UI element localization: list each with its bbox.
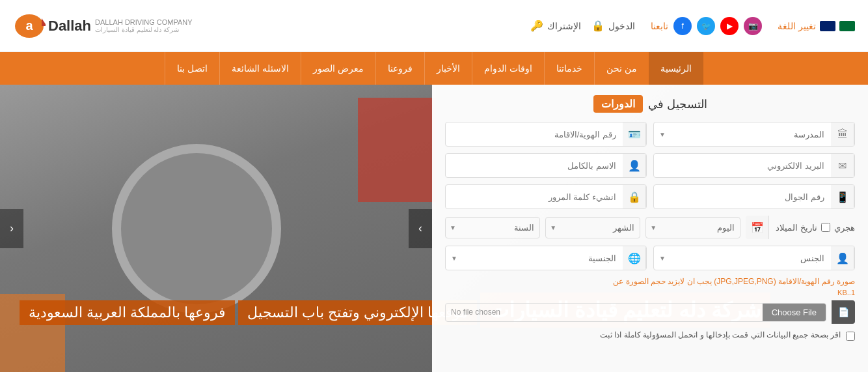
file-doc-icon[interactable]: 📄 (832, 300, 855, 324)
date-picker-area: 📅 اليوم ▼ الشهر ▼ (445, 216, 769, 239)
gender-field: 👤 الجنس ▼ (653, 246, 855, 270)
calendar-icon: 📅 (746, 216, 769, 239)
confirm-text: اقر بصحة جميع البيانات التي قمت بإدخالها… (600, 330, 841, 339)
mobile-field: 📱 (653, 184, 855, 209)
id-input[interactable] (446, 124, 623, 145)
upload-size-text: 1..KB (837, 289, 855, 296)
year-select[interactable]: السنة (446, 218, 539, 238)
auth-area: الدخول 🔒 الإشتراك 🔑 (530, 20, 635, 32)
choose-file-label: Choose File (772, 308, 817, 317)
upload-row: 📄 Choose File No file chosen (445, 300, 855, 324)
roundabout (112, 144, 281, 313)
nav-item-about[interactable]: من نحن (594, 52, 649, 85)
form-title-badge: الدورات (593, 95, 643, 113)
lang-toggle[interactable]: تغيير اللغة (778, 21, 855, 31)
gender-select[interactable]: الجنس (654, 248, 831, 268)
header-right: تغيير اللغة 📷 ▶ 🐦 f تابعنا الدخول 🔒 الإش… (530, 17, 855, 35)
fullname-field: 👤 (445, 153, 647, 178)
nav-item-news[interactable]: الأخبار (424, 52, 472, 85)
nationality-field: 🌐 الجنسية ▼ (445, 246, 647, 270)
form-row-4: 👤 الجنس ▼ 🌐 الجنسية ▼ (445, 246, 855, 270)
school-select[interactable]: المدرسة (654, 124, 831, 145)
upload-label-text: صورة رقم الهوية/الاقامة (JPG,JPEG,PNG) ي… (613, 277, 855, 286)
lock-field-icon: 🔒 (623, 185, 646, 208)
nav-list: الرئيسية من نحن خدماتنا اوقات الدوام الأ… (165, 52, 703, 85)
carousel-prev-button[interactable]: ‹ (0, 209, 23, 248)
dallah-logo-icon: a (13, 12, 46, 40)
form-row-1: 🏛 المدرسة ▼ 🪪 (445, 122, 855, 147)
hijri-checkbox[interactable] (821, 223, 830, 232)
nav-item-faq[interactable]: الاسئله الشائعة (219, 52, 301, 85)
lang-toggle-label: تغيير اللغة (778, 21, 816, 31)
form-row-2: ✉ 👤 (445, 153, 855, 178)
brand-name-en: DALLAH DRIVING COMPANY (95, 18, 193, 26)
email-icon: ✉ (831, 154, 854, 177)
form-title-pre: التسجيل في (648, 97, 707, 111)
email-field: ✉ (653, 153, 855, 178)
svg-text:a: a (25, 18, 33, 33)
month-select[interactable]: الشهر (546, 218, 640, 238)
day-select[interactable]: اليوم (646, 218, 740, 238)
upload-label: صورة رقم الهوية/الاقامة (JPG,JPEG,PNG) ي… (445, 277, 855, 286)
hero-section: شركة دله لتعليم قيادة السيارات موقعها ال… (0, 85, 868, 372)
login-label: الدخول (608, 21, 635, 31)
gender-icon: 👤 (831, 246, 854, 270)
password-input[interactable] (446, 187, 623, 207)
birthdate-row: هجري تاريخ الميلاد 📅 اليوم ▼ (445, 216, 855, 239)
nav-item-services[interactable]: خدماتنا (544, 52, 594, 85)
nav-item-contact[interactable]: اتصل بنا (165, 52, 219, 85)
year-field: السنة ▼ (445, 217, 540, 238)
gender-select-wrapper: الجنس ▼ (654, 248, 831, 268)
school-select-wrapper: المدرسة ▼ (654, 124, 831, 145)
school-field: 🏛 المدرسة ▼ (653, 122, 855, 147)
login-button[interactable]: الدخول 🔒 (591, 20, 635, 32)
birthdate-label: هجري تاريخ الميلاد (776, 223, 855, 233)
confirm-row: اقر بصحة جميع البيانات التي قمت بإدخالها… (445, 330, 855, 341)
nav-item-hours[interactable]: اوقات الدوام (472, 52, 544, 85)
id-icon: 🪪 (623, 122, 646, 146)
logo-area: DALLAH DRIVING COMPANY شركة دله لتعليم ق… (13, 12, 193, 40)
brand-dallah: Dallah (48, 18, 91, 35)
registration-form: التسجيل في الدورات 🏛 المدرسة ▼ 🪪 (432, 85, 868, 372)
carousel-next-button[interactable]: › (409, 209, 432, 248)
flag-sa-icon (839, 21, 855, 31)
main-nav: الرئيسية من نحن خدماتنا اوقات الدوام الأ… (0, 52, 868, 85)
nav-item-gallery[interactable]: معرض الصور (301, 52, 375, 85)
svg-marker-2 (42, 18, 46, 26)
hero-subtitle-2: فروعها بالمملكة العربية السعودية (20, 300, 235, 325)
confirm-checkbox[interactable] (846, 332, 855, 341)
facebook-icon[interactable]: f (673, 17, 692, 35)
twitter-icon[interactable]: 🐦 (697, 17, 715, 35)
choose-file-button[interactable]: Choose File (763, 304, 826, 321)
fullname-input[interactable] (446, 156, 623, 176)
email-input[interactable] (654, 156, 831, 176)
password-field: 🔒 (445, 184, 647, 209)
file-status: No file chosen (446, 304, 763, 321)
building-right (358, 98, 436, 202)
nationality-select[interactable]: الجنسية (446, 248, 623, 268)
birthdate-text: تاريخ الميلاد (776, 223, 817, 233)
logo: DALLAH DRIVING COMPANY شركة دله لتعليم ق… (13, 12, 193, 40)
social-area: 📷 ▶ 🐦 f تابعنا (651, 17, 762, 35)
day-field: اليوم ▼ (645, 217, 740, 238)
globe-icon: 🌐 (623, 246, 646, 270)
nav-item-branches[interactable]: فروعنا (375, 52, 424, 85)
youtube-icon[interactable]: ▶ (720, 17, 739, 35)
person-icon: 👤 (623, 154, 646, 177)
mobile-icon: 📱 (831, 185, 854, 208)
register-label: الإشتراك (547, 21, 581, 31)
school-icon: 🏛 (831, 122, 854, 146)
register-button[interactable]: الإشتراك 🔑 (530, 20, 581, 32)
mobile-input[interactable] (654, 187, 831, 207)
flag-uk-icon (820, 21, 835, 31)
id-field: 🪪 (445, 122, 647, 147)
upload-size-note: 1..KB (445, 289, 855, 296)
instagram-icon[interactable]: 📷 (744, 17, 762, 35)
month-field: الشهر ▼ (545, 217, 640, 238)
brand-tagline-ar: شركة دله لتعليم قيادة السيارات (95, 26, 179, 33)
form-title: التسجيل في الدورات (445, 95, 855, 113)
nav-item-home[interactable]: الرئيسية (649, 52, 703, 85)
lock-icon: 🔒 (591, 20, 604, 32)
hijri-label: هجري (834, 223, 855, 233)
date-selects: اليوم ▼ الشهر ▼ السنة (445, 217, 740, 238)
